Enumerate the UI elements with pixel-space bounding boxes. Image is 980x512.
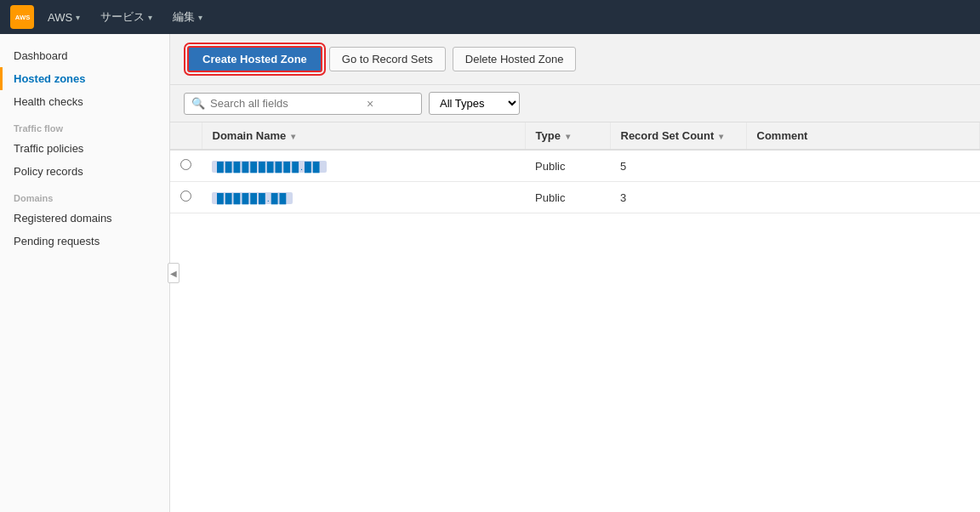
services-nav-item[interactable]: サービス ▾ xyxy=(94,6,159,28)
sidebar: Dashboard Hosted zones Health checks Tra… xyxy=(0,34,170,512)
edit-nav-item[interactable]: 編集 ▾ xyxy=(166,6,209,28)
row-comment xyxy=(746,150,980,182)
main-content: Create Hosted Zone Go to Record Sets Del… xyxy=(170,34,980,512)
row-record-set-count: 5 xyxy=(610,150,746,182)
sidebar-item-registered-domains[interactable]: Registered domains xyxy=(0,207,169,230)
row-radio-0[interactable] xyxy=(180,159,191,170)
th-checkbox xyxy=(170,122,202,150)
table-row: ██████████.██ Public 5 xyxy=(170,150,980,182)
delete-hosted-zone-button[interactable]: Delete Hosted Zone xyxy=(453,47,577,71)
search-bar: 🔍 × All Types Public Private xyxy=(170,85,980,122)
th-domain-name[interactable]: Domain Name ▾ xyxy=(202,122,525,150)
th-record-set-count[interactable]: Record Set Count ▾ xyxy=(610,122,746,150)
sidebar-item-hosted-zones[interactable]: Hosted zones xyxy=(0,67,169,90)
sidebar-item-pending-requests[interactable]: Pending requests xyxy=(0,230,169,253)
aws-dropdown-arrow: ▾ xyxy=(76,13,80,22)
sidebar-item-traffic-policies[interactable]: Traffic policies xyxy=(0,137,169,160)
row-radio-cell[interactable] xyxy=(170,182,202,213)
row-radio-1[interactable] xyxy=(180,191,191,202)
go-to-record-sets-button[interactable]: Go to Record Sets xyxy=(329,47,446,71)
row-radio-cell[interactable] xyxy=(170,150,202,182)
th-type[interactable]: Type ▾ xyxy=(525,122,610,150)
sidebar-item-dashboard[interactable]: Dashboard xyxy=(0,44,169,67)
search-icon: 🔍 xyxy=(191,97,205,110)
aws-nav-item[interactable]: AWS ▾ xyxy=(41,8,87,27)
sidebar-section-domains: Domains xyxy=(0,183,169,207)
search-input[interactable] xyxy=(210,97,363,110)
aws-logo: AWS xyxy=(10,5,34,29)
search-clear-icon[interactable]: × xyxy=(367,97,373,111)
table-header-row: Domain Name ▾ Type ▾ Record Set Count ▾ … xyxy=(170,122,980,150)
hosted-zones-table: Domain Name ▾ Type ▾ Record Set Count ▾ … xyxy=(170,122,980,213)
row-domain-name[interactable]: ██████████.██ xyxy=(202,150,525,182)
type-select[interactable]: All Types Public Private xyxy=(429,92,520,115)
table-row: ██████.██ Public 3 xyxy=(170,182,980,213)
sidebar-item-policy-records[interactable]: Policy records xyxy=(0,160,169,183)
edit-dropdown-arrow: ▾ xyxy=(198,13,202,22)
row-domain-name[interactable]: ██████.██ xyxy=(202,182,525,213)
domain-sort-arrow: ▾ xyxy=(291,132,295,141)
type-sort-arrow: ▾ xyxy=(566,132,570,141)
sidebar-toggle[interactable]: ◀ xyxy=(168,263,179,283)
sidebar-item-health-checks[interactable]: Health checks xyxy=(0,90,169,113)
svg-text:AWS: AWS xyxy=(15,14,31,21)
row-type: Public xyxy=(525,150,610,182)
services-dropdown-arrow: ▾ xyxy=(148,13,152,22)
create-hosted-zone-button[interactable]: Create Hosted Zone xyxy=(187,46,322,72)
count-sort-arrow: ▾ xyxy=(719,132,723,141)
search-input-wrap: 🔍 × xyxy=(184,93,422,115)
row-record-set-count: 3 xyxy=(610,182,746,213)
row-type: Public xyxy=(525,182,610,213)
toolbar: Create Hosted Zone Go to Record Sets Del… xyxy=(170,34,980,85)
row-comment xyxy=(746,182,980,213)
th-comment: Comment xyxy=(746,122,980,150)
sidebar-section-traffic-flow: Traffic flow xyxy=(0,113,169,137)
top-nav: AWS AWS ▾ サービス ▾ 編集 ▾ xyxy=(0,0,980,34)
